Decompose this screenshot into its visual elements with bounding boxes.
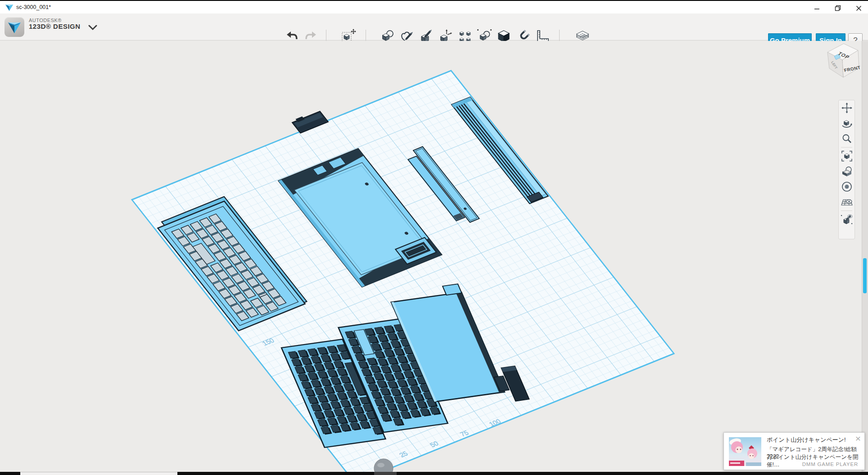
navbar-separator	[841, 147, 852, 148]
right-scroll-gutter	[862, 41, 868, 472]
pan-button[interactable]	[839, 100, 854, 116]
restore-button[interactable]	[831, 4, 845, 13]
document-title: sc-3000_001*	[16, 4, 51, 10]
ad-popup[interactable]: ポイント山分けキャンペーン! 「マギアレコード」2周年記念!総額2222 万ポイ…	[723, 432, 865, 470]
sketch-grid-plane: 175 150 25 50 75 100	[122, 60, 674, 472]
close-icon	[856, 5, 862, 11]
orbit-button[interactable]	[839, 116, 854, 131]
restore-icon	[835, 5, 841, 11]
background-window-edge	[0, 472, 868, 475]
navigation-toolbar	[838, 100, 855, 239]
brand-text: AUTODESK® 123D® DESIGN	[29, 18, 81, 31]
orbit-icon	[841, 117, 853, 129]
grid-toggle-button[interactable]	[839, 194, 854, 210]
visibility-eye-icon	[841, 181, 853, 193]
snap-settings-icon	[841, 213, 853, 226]
grid-visibility-icon	[841, 196, 853, 208]
pan-icon	[841, 103, 852, 113]
display-style-icon	[841, 166, 853, 177]
ad-thumbnail[interactable]	[729, 437, 761, 466]
ad-title: ポイント山分けキャンペーン!	[767, 436, 846, 444]
app-icon	[5, 4, 13, 11]
display-style-button[interactable]	[839, 164, 854, 179]
viewport-canvas[interactable]: 175 150 25 50 75 100	[0, 41, 868, 472]
background-window-segment	[20, 472, 177, 475]
background-window-segment-dark	[374, 472, 397, 475]
close-button[interactable]	[852, 4, 865, 13]
ad-source-label: DMM GAME PLAYER	[802, 462, 858, 467]
brand-product: 123D® DESIGN	[29, 23, 81, 31]
zoom-fit-icon	[841, 150, 853, 162]
hide-show-button[interactable]	[839, 179, 854, 194]
ad-close-button[interactable]: ×	[855, 434, 861, 443]
window-title-bar: sc-3000_001*	[0, 0, 868, 13]
zoom-fit-button[interactable]	[839, 148, 854, 164]
app-logo[interactable]	[5, 17, 24, 37]
123d-logo-icon	[5, 17, 24, 37]
navbar-separator	[841, 211, 852, 211]
zoom-button[interactable]	[839, 131, 854, 146]
view-cube[interactable]: TOP FRONT LEFT	[819, 40, 864, 82]
right-edge-handle[interactable]	[863, 258, 867, 293]
snap-settings-button[interactable]	[839, 212, 854, 227]
scene-3d[interactable]: 175 150 25 50 75 100	[0, 41, 868, 472]
main-toolbar: AUTODESK® 123D® DESIGN	[0, 13, 868, 40]
zoom-icon	[841, 133, 852, 144]
app-menu-chevron[interactable]	[88, 24, 97, 31]
minimize-button[interactable]	[810, 4, 823, 13]
